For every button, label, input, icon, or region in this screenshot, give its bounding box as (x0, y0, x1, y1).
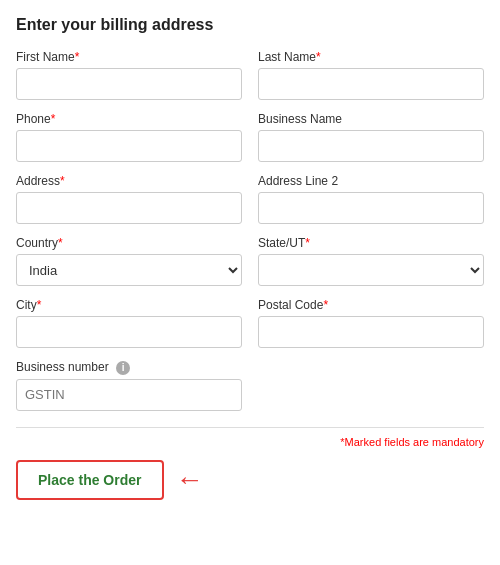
name-row: First Name* Last Name* (16, 50, 484, 100)
country-state-row: Country* India State/UT* (16, 236, 484, 286)
mandatory-note: *Marked fields are mandatory (16, 436, 484, 448)
business-number-label: Business number i (16, 360, 242, 375)
phone-label: Phone* (16, 112, 242, 126)
phone-input[interactable] (16, 130, 242, 162)
page-title: Enter your billing address (16, 16, 484, 34)
state-group: State/UT* (258, 236, 484, 286)
country-select[interactable]: India (16, 254, 242, 286)
city-label: City* (16, 298, 242, 312)
country-required: * (58, 236, 63, 250)
first-name-required: * (75, 50, 80, 64)
address-group: Address* (16, 174, 242, 224)
last-name-input[interactable] (258, 68, 484, 100)
state-label: State/UT* (258, 236, 484, 250)
phone-business-row: Phone* Business Name (16, 112, 484, 162)
address-label: Address* (16, 174, 242, 188)
footer-row: Place the Order ← (16, 460, 484, 500)
place-order-button[interactable]: Place the Order (16, 460, 164, 500)
gstin-input[interactable] (16, 379, 242, 411)
address2-group: Address Line 2 (258, 174, 484, 224)
first-name-label: First Name* (16, 50, 242, 64)
city-input[interactable] (16, 316, 242, 348)
arrow-icon: ← (176, 466, 204, 494)
postal-group: Postal Code* (258, 298, 484, 348)
country-label: Country* (16, 236, 242, 250)
state-required: * (305, 236, 310, 250)
country-group: Country* India (16, 236, 242, 286)
business-number-row: Business number i (16, 360, 484, 411)
billing-form: First Name* Last Name* Phone* Business N… (16, 50, 484, 500)
business-number-info-icon[interactable]: i (116, 361, 130, 375)
first-name-group: First Name* (16, 50, 242, 100)
divider (16, 427, 484, 428)
empty-group (258, 360, 484, 411)
postal-required: * (323, 298, 328, 312)
last-name-label: Last Name* (258, 50, 484, 64)
phone-required: * (51, 112, 56, 126)
city-postal-row: City* Postal Code* (16, 298, 484, 348)
state-select[interactable] (258, 254, 484, 286)
postal-label: Postal Code* (258, 298, 484, 312)
phone-group: Phone* (16, 112, 242, 162)
last-name-required: * (316, 50, 321, 64)
last-name-group: Last Name* (258, 50, 484, 100)
business-number-group: Business number i (16, 360, 242, 411)
city-group: City* (16, 298, 242, 348)
city-required: * (37, 298, 42, 312)
address-required: * (60, 174, 65, 188)
business-name-group: Business Name (258, 112, 484, 162)
address2-input[interactable] (258, 192, 484, 224)
business-name-label: Business Name (258, 112, 484, 126)
business-name-input[interactable] (258, 130, 484, 162)
address-input[interactable] (16, 192, 242, 224)
address2-label: Address Line 2 (258, 174, 484, 188)
address-row: Address* Address Line 2 (16, 174, 484, 224)
first-name-input[interactable] (16, 68, 242, 100)
postal-input[interactable] (258, 316, 484, 348)
